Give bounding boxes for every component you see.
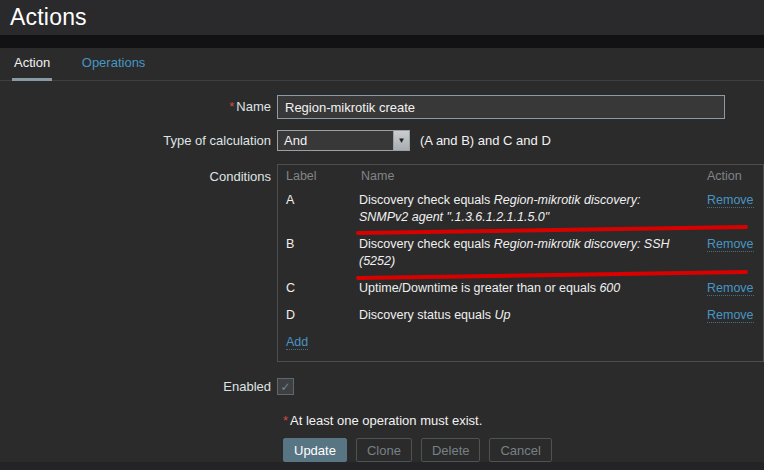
remove-link[interactable]: Remove	[707, 281, 754, 296]
chevron-down-icon[interactable]: ▼	[393, 131, 409, 150]
page-header: Actions	[0, 0, 764, 35]
name-row: *Name	[0, 95, 764, 119]
condition-remove-c: Remove	[699, 275, 763, 302]
conditions-table: Label Name Action A Discovery check equa…	[277, 164, 764, 362]
condition-name-a: Discovery check equals Region-mikrotik d…	[353, 187, 699, 231]
remove-link[interactable]: Remove	[707, 237, 754, 252]
tab-action[interactable]: Action	[12, 48, 52, 81]
condition-label-c: C	[278, 275, 353, 302]
enabled-row: Enabled ✓	[0, 378, 764, 395]
bottom-band	[0, 462, 764, 470]
update-button[interactable]: Update	[283, 438, 347, 462]
required-asterisk: *	[229, 99, 234, 114]
enabled-label: Enabled	[0, 378, 277, 395]
delete-button[interactable]: Delete	[421, 438, 481, 462]
operation-required-note: *At least one operation must exist.	[283, 413, 764, 428]
condition-label-b: B	[278, 231, 353, 275]
actions-page: Actions Action Operations *Name Type of …	[0, 0, 764, 470]
form-buttons: Update Clone Delete Cancel	[283, 438, 764, 462]
column-header-name: Name	[353, 165, 699, 187]
add-condition-link[interactable]: Add	[286, 335, 308, 350]
remove-link[interactable]: Remove	[707, 308, 754, 323]
conditions-row: Conditions Label Name Action A Discovery…	[0, 164, 764, 362]
calculation-formula: (A and B) and C and D	[420, 130, 551, 151]
add-condition-cell: Add	[278, 329, 763, 361]
name-input[interactable]	[277, 95, 725, 119]
condition-name-b: Discovery check equals Region-mikrotik d…	[353, 231, 699, 275]
clone-button[interactable]: Clone	[356, 438, 412, 462]
cancel-button[interactable]: Cancel	[489, 438, 551, 462]
header-divider	[0, 35, 764, 48]
enabled-checkbox[interactable]: ✓	[277, 378, 294, 395]
column-header-action: Action	[699, 165, 763, 187]
name-label: *Name	[0, 95, 277, 119]
tab-bar: Action Operations	[0, 48, 764, 81]
tab-operations[interactable]: Operations	[80, 48, 148, 81]
type-of-calculation-label: Type of calculation	[0, 130, 277, 151]
checkmark-icon: ✓	[280, 380, 290, 394]
calculation-select[interactable]: And ▼	[277, 130, 410, 151]
calculation-selected-value: And	[278, 131, 393, 150]
remove-link[interactable]: Remove	[707, 193, 754, 208]
condition-label-d: D	[278, 302, 353, 329]
conditions-label: Conditions	[0, 164, 277, 186]
page-title: Actions	[10, 4, 87, 31]
condition-name-d: Discovery status equals Up	[353, 302, 699, 329]
condition-remove-b: Remove	[699, 231, 763, 275]
condition-remove-d: Remove	[699, 302, 763, 329]
type-of-calculation-row: Type of calculation And ▼ (A and B) and …	[0, 130, 764, 151]
condition-label-a: A	[278, 187, 353, 231]
column-header-label: Label	[278, 165, 353, 187]
